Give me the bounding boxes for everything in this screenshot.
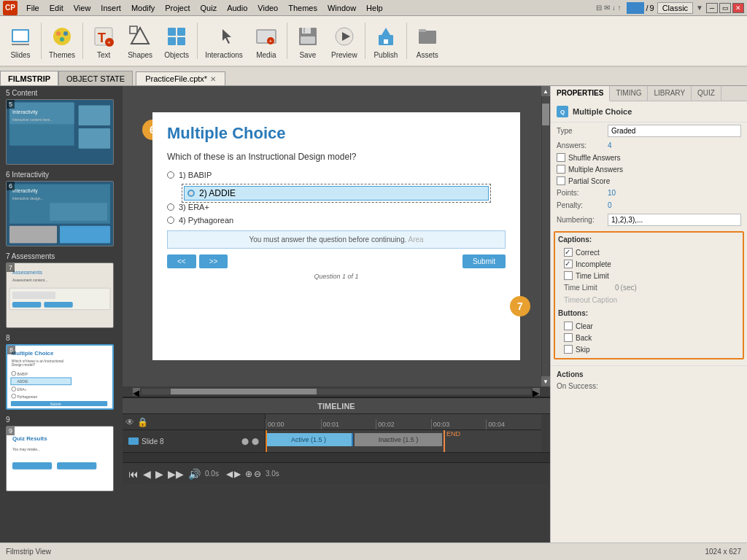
menu-audio[interactable]: Audio (222, 2, 252, 14)
answer-item-2-box[interactable]: 2) ADDIE (182, 184, 491, 203)
toolbar-publish[interactable]: Publish (368, 22, 403, 61)
toolbar-interactions[interactable]: Interactions (201, 22, 247, 61)
playback-prev-frame[interactable]: ◀ (143, 468, 151, 480)
scroll-thumb-h[interactable] (171, 389, 317, 394)
scroll-left-button[interactable]: ◀ (133, 388, 140, 395)
playback-audio[interactable]: 🔊 (188, 468, 201, 480)
answer-item-4[interactable]: 4) Pythagorean (167, 216, 506, 225)
playback-play[interactable]: ▶ (155, 468, 163, 480)
close-button[interactable]: ✕ (732, 3, 744, 13)
filmstrip-item-6[interactable]: 6 Interactivity 6 Interactivity Interact… (0, 168, 123, 249)
scroll-bar-vertical[interactable]: ▲ ▼ (541, 86, 550, 386)
playback-next-frame[interactable]: ▶▶ (168, 468, 184, 480)
menu-items: File Edit View Insert Modify Project Qui… (22, 2, 387, 14)
menu-file[interactable]: File (22, 2, 44, 14)
toolbar-media[interactable]: + Media (249, 22, 284, 61)
classic-mode-button[interactable]: Classic (657, 2, 693, 14)
toolbar-text[interactable]: T+ Text (86, 22, 121, 61)
filmstrip-item-9[interactable]: 9 9 Quiz Results You may retake... (0, 413, 123, 494)
nav-forward-button[interactable]: >> (199, 254, 228, 268)
menu-quiz[interactable]: Quiz (196, 2, 222, 14)
answer-item-3[interactable]: 3) ERA+ (167, 203, 506, 211)
filmstrip-thumb-9[interactable]: 9 Quiz Results You may retake... (6, 426, 114, 491)
scroll-thumb-v[interactable] (542, 104, 549, 125)
menu-project[interactable]: Project (160, 2, 194, 14)
tl-active-bar[interactable]: Active (1.5 ) (266, 433, 353, 446)
tl-zoom-in[interactable]: ⊕ (245, 469, 252, 479)
toolbar-media-label: Media (256, 51, 276, 59)
toolbar-objects[interactable]: Objects (159, 22, 194, 61)
scroll-down-button[interactable]: ▼ (541, 376, 550, 386)
tab-quiz[interactable]: QUIZ (692, 86, 721, 101)
scroll-bar-horizontal[interactable]: ◀ ▶ (123, 386, 550, 397)
captions-section: Captions: Correct Incomplete Time Limit … (554, 231, 744, 359)
filmstrip-thumb-7[interactable]: 7 Assessments Assessment content... (6, 262, 114, 328)
slide-canvas[interactable]: Multiple Choice Which of these is an Ins… (152, 112, 520, 360)
props-penalty-value[interactable]: 0 (608, 201, 612, 209)
filmstrip-thumb-8[interactable]: 8 Multiple Choice Which of these is an I… (6, 344, 114, 410)
filmstrip-item-7[interactable]: 7 Assessments 7 Assessments Assessment c… (0, 249, 123, 331)
props-type-dropdown[interactable]: Graded Survey Knowledge Check (608, 125, 741, 137)
menu-insert[interactable]: Insert (96, 2, 125, 14)
toolbar-assets[interactable]: Assets (410, 22, 445, 61)
filmstrip-thumb-6[interactable]: 6 Interactivity Interactive design... (6, 181, 114, 246)
toolbar-preview[interactable]: Preview (327, 22, 362, 61)
scroll-up-button[interactable]: ▲ (541, 86, 550, 96)
toolbar-slides[interactable]: Slides (3, 22, 38, 61)
tab-properties[interactable]: PROPERTIES (551, 86, 610, 101)
answer-item-2[interactable]: 2) ADDIE (184, 186, 489, 201)
tl-eye-icon[interactable]: 👁 (125, 417, 134, 427)
tl-lock-icon[interactable]: 🔒 (137, 417, 148, 427)
props-skip-checkbox[interactable] (564, 345, 573, 354)
nav-submit-button[interactable]: Submit (462, 254, 506, 268)
menu-edit[interactable]: Edit (45, 2, 68, 14)
toolbar-themes[interactable]: Themes (44, 22, 80, 61)
tl-nav-right[interactable]: ▶ (234, 469, 241, 479)
tl-nav-left[interactable]: ◀ (226, 469, 233, 479)
toolbar-shapes[interactable]: Shapes (123, 22, 158, 61)
props-incomplete-checkbox[interactable] (564, 260, 573, 268)
tl-zoom-out[interactable]: ⊖ (254, 469, 261, 479)
tab-library[interactable]: LIBRARY (648, 86, 692, 101)
props-timelimit-value-row: Time Limit 0 (sec) (558, 281, 740, 294)
scroll-track-h[interactable] (142, 389, 531, 394)
scroll-track-v[interactable] (542, 96, 549, 376)
menu-modify[interactable]: Modify (127, 2, 159, 14)
filmstrip-item-8[interactable]: 8 8 Multiple Choice Which of these is an… (0, 331, 123, 413)
props-partial-checkbox[interactable] (557, 176, 565, 185)
menu-window[interactable]: Window (323, 2, 360, 14)
tab-timing[interactable]: TIMING (610, 86, 648, 101)
tab-close-icon[interactable]: ✕ (210, 75, 216, 83)
toolbar-save[interactable]: Save (290, 22, 325, 61)
tab-file[interactable]: PracticeFile.cptx* ✕ (136, 71, 225, 85)
menu-video[interactable]: Video (253, 2, 282, 14)
answer-item-1[interactable]: 1) BABIP (167, 171, 506, 179)
filmstrip-thumb-5[interactable]: 5 Interactivity Interactive content here… (6, 99, 114, 165)
menu-themes[interactable]: Themes (284, 2, 322, 14)
slide-current-input[interactable]: 8 (627, 2, 644, 14)
tab-object-state[interactable]: OBJECT STATE (58, 71, 133, 85)
props-timelimit-val: 0 (615, 284, 619, 292)
props-incomplete-row: Incomplete (558, 258, 740, 270)
props-shuffle-checkbox[interactable] (557, 153, 565, 162)
playback-to-start[interactable]: ⏮ (128, 468, 139, 480)
props-correct-checkbox[interactable] (564, 248, 573, 257)
props-numbering-dropdown[interactable]: 1),2),3),... A),B),C),... a),b),c),... (608, 214, 741, 226)
props-answers-count[interactable]: 4 (608, 141, 612, 149)
props-back-checkbox[interactable] (564, 333, 573, 342)
menu-view[interactable]: View (69, 2, 96, 14)
props-points-value[interactable]: 10 (608, 189, 616, 197)
svg-rect-13 (168, 28, 176, 36)
tl-inactive-bar[interactable]: Inactive (1.5 ) (355, 433, 442, 446)
scroll-right-button[interactable]: ▶ (533, 388, 540, 395)
props-multiple-checkbox[interactable] (557, 165, 565, 174)
minimize-button[interactable]: ─ (706, 3, 718, 13)
restore-button[interactable]: ▭ (719, 3, 731, 13)
props-timelimit-checkbox[interactable] (564, 271, 573, 280)
props-clear-checkbox[interactable] (564, 322, 573, 330)
menu-help[interactable]: Help (362, 2, 387, 14)
slides-icon (7, 23, 34, 50)
filmstrip-item-5[interactable]: 5 Content 5 Interactivity Interactive co… (0, 86, 123, 168)
tab-filmstrip[interactable]: FILMSTRIP (0, 71, 58, 85)
nav-back-button[interactable]: << (167, 254, 196, 268)
